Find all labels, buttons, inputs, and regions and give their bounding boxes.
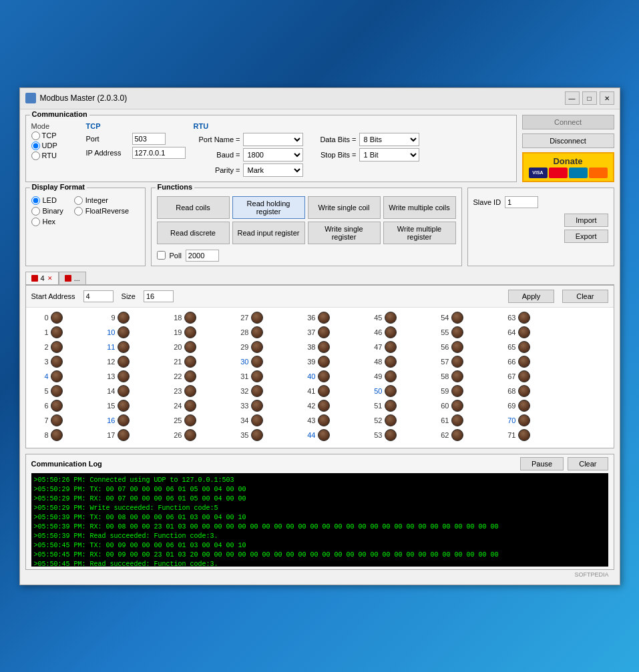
port-input[interactable] [132,133,166,145]
row-num: 25 [168,416,182,424]
row-num: 7 [34,416,49,424]
row-num: 43 [301,416,316,424]
title-bar: Modbus Master (2.0.3.0) — □ ✕ [20,88,620,109]
read-discrete-button[interactable]: Read discrete [157,222,230,244]
log-line: >05:50:39 PM: TX: 00 08 00 00 00 06 01 0… [34,513,606,523]
log-line: >05:50:29 PM: Write succeeded: Function … [34,504,606,513]
maximize-button[interactable]: □ [582,91,597,105]
write-single-coil-button[interactable]: Write single coil [308,196,381,219]
write-single-register-button[interactable]: Write single register [308,222,381,244]
poll-label: Poll [170,252,182,260]
size-input[interactable] [144,290,174,302]
start-address-input[interactable] [83,290,114,302]
led-indicator [51,312,63,324]
write-multiple-register-button[interactable]: Write multiple register [383,222,456,244]
row-num: 24 [168,402,182,410]
led-indicator [251,400,263,412]
display-floatreverse-row: FloatReverse [74,207,129,216]
baud-label: Baud = [194,151,240,159]
data-bits-label: Data Bits = [310,135,357,143]
led-indicator [385,312,397,324]
pause-button[interactable]: Pause [520,457,564,470]
grid-cell: 55 [432,325,499,340]
row-num: 5 [34,387,49,395]
row-num: 59 [435,387,449,395]
close-button[interactable]: ✕ [600,91,614,105]
donate-area[interactable]: Donate VISA [522,152,614,182]
mode-rtu-row: RTU [31,151,78,160]
data-bits-select[interactable]: 8 Bits [359,133,419,146]
led-indicator [184,312,196,324]
disconnect-button[interactable]: Disconnect [522,133,614,148]
tab-1-close[interactable]: ✕ [47,275,53,282]
clear-data-button[interactable]: Clear [562,290,608,303]
row-num: 8 [34,431,49,439]
parity-select[interactable]: Mark [243,163,303,177]
data-bits-field: Data Bits = 8 Bits [310,133,421,146]
display-led-radio[interactable] [31,196,40,205]
row-num: 26 [168,431,182,439]
main-content: Communication Mode TCP UDP [20,109,620,585]
functions-panel: Functions Read coils Read holding regist… [151,188,462,266]
display-led-label: LED [43,196,57,204]
row-num: 32 [234,387,249,395]
import-button[interactable]: Import [564,214,608,227]
main-window: Modbus Master (2.0.3.0) — □ ✕ Communicat… [19,87,620,585]
ip-input[interactable] [132,147,186,159]
clear-log-button[interactable]: Clear [568,457,608,470]
read-holding-register-button[interactable]: Read holding register [232,196,305,219]
grid-cell: 31 [232,369,298,384]
led-indicator [451,414,463,426]
mode-tcp-radio[interactable] [31,131,40,140]
grid-cell: 43 [298,413,365,428]
slave-id-input[interactable] [505,196,538,208]
grid-cell: 27 [232,310,298,325]
log-line: >05:50:26 PM: Connected using UDP to 127… [34,476,606,485]
grid-cell: 22 [165,369,232,384]
display-hex-radio[interactable] [31,218,40,226]
led-indicator [518,356,530,368]
tab-1[interactable]: 4 ✕ [25,272,59,284]
read-input-register-button[interactable]: Read input register [232,222,305,244]
row-num: 20 [168,343,182,351]
baud-select[interactable]: 1800 [243,148,303,161]
read-coils-button[interactable]: Read coils [157,196,230,219]
tab-2[interactable]: ... [59,272,86,284]
log-line: >05:50:29 PM: RX: 00 07 00 00 00 06 01 0… [34,494,606,504]
export-button[interactable]: Export [564,230,608,243]
row-num: 45 [368,314,383,322]
functions-title: Functions [156,183,195,191]
row-num: 51 [368,402,383,410]
grid-cell: 46 [365,325,432,340]
right-panel: Connect Disconnect Donate VISA [522,115,614,182]
mode-rtu-radio[interactable] [31,151,40,160]
grid-cell: 29 [232,340,298,354]
row-num: 65 [501,343,516,351]
grid-cell: 66 [499,354,566,369]
grid-cell: 64 [499,325,566,340]
row-num: 40 [301,372,316,380]
log-line: >05:50:39 PM: Read succeeded: Function c… [34,532,606,541]
stop-bits-select[interactable]: 1 Bit [359,148,419,161]
connect-button[interactable]: Connect [522,115,614,129]
led-indicator [251,370,263,382]
display-integer-radio[interactable] [74,196,83,205]
display-binary-radio[interactable] [31,207,40,216]
poll-input[interactable] [186,250,219,262]
mode-udp-radio[interactable] [31,141,40,150]
led-indicator [451,341,463,353]
tab-1-label: 4 [41,274,45,282]
port-label: Port [86,135,130,143]
led-indicator [318,356,330,368]
display-floatreverse-radio[interactable] [74,207,83,216]
port-name-select[interactable] [243,133,303,146]
grid-cell: 65 [499,340,566,354]
log-buttons: Pause Clear [520,457,608,470]
poll-checkbox[interactable] [157,251,166,260]
write-multiple-coils-button[interactable]: Write multiple coils [383,196,456,219]
apply-button[interactable]: Apply [508,290,555,303]
led-indicator [184,356,196,368]
slave-panel: Slave ID Import Export [467,188,614,266]
minimize-button[interactable]: — [565,91,580,105]
grid-cell: 45 [365,310,432,325]
